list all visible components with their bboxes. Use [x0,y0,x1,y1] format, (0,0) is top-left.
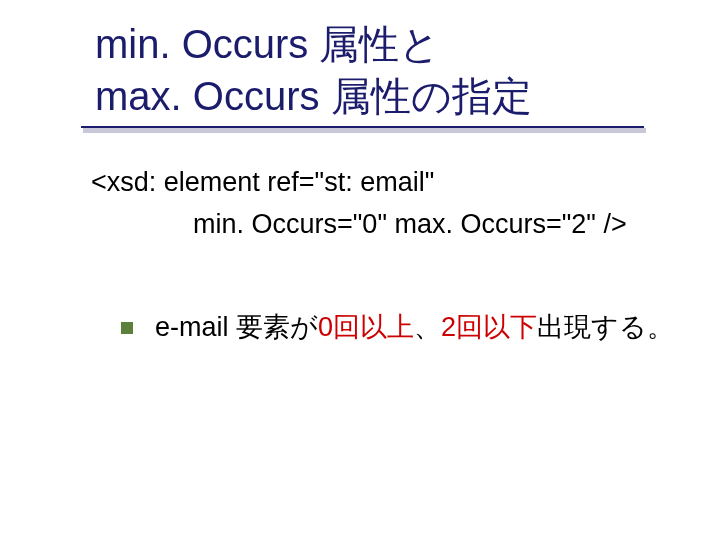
bullet-text-pre: e-mail 要素が [155,312,318,342]
bullet-text-red-1: 0回以上 [318,312,414,342]
title-underline-shadow [83,128,646,133]
slide-content: <xsd: element ref="st: email" min. Occur… [95,162,680,347]
code-line-2: min. Occurs="0" max. Occurs="2" /> [91,204,680,246]
title-line-1: min. Occurs 属性と [95,22,440,66]
square-bullet-icon [121,322,133,334]
bullet-text-mid: 、 [414,312,441,342]
bullet-text-post: 出現する。 [537,312,674,342]
bullet-text: e-mail 要素が0回以上、2回以下出現する。 [155,308,674,347]
title-underline [81,126,644,128]
slide-title: min. Occurs 属性と max. Occurs 属性の指定 [95,18,680,122]
title-line-2: max. Occurs 属性の指定 [95,74,532,118]
code-block: <xsd: element ref="st: email" min. Occur… [91,162,680,246]
bullet-text-red-2: 2回以下 [441,312,537,342]
bullet-item: e-mail 要素が0回以上、2回以下出現する。 [121,308,680,347]
code-line-1: <xsd: element ref="st: email" [91,162,680,204]
